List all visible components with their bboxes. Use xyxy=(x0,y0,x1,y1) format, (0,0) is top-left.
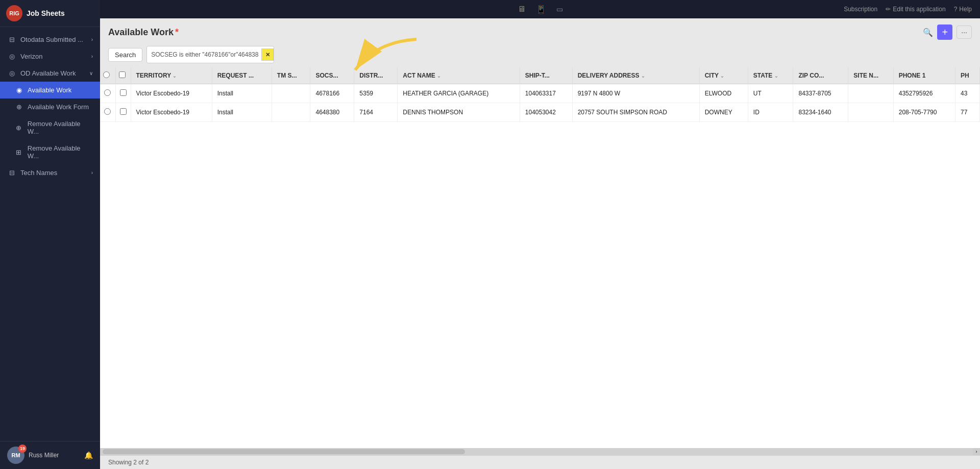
cell-request: Install xyxy=(212,84,272,103)
help-link[interactable]: ? Help xyxy=(954,6,972,13)
row-radio[interactable] xyxy=(104,89,111,96)
tablet-icon[interactable]: 📱 xyxy=(536,5,546,14)
th-state[interactable]: STATE ⌄ xyxy=(748,67,793,84)
search-button[interactable]: Search xyxy=(108,48,142,62)
sidebar-item-available-work-form[interactable]: ⊕ Available Work Form xyxy=(0,98,100,115)
app-logo: RIG xyxy=(6,5,22,21)
sidebar-item-label: Tech Names xyxy=(20,169,57,177)
top-nav-icons: 🖥 📱 ▭ xyxy=(518,5,563,14)
sort-icon: ⌄ xyxy=(720,73,724,79)
row-radio[interactable] xyxy=(104,108,111,115)
select-all-checkbox[interactable] xyxy=(119,71,126,78)
th-request[interactable]: REQUEST ... xyxy=(212,67,272,84)
app-title: Job Sheets xyxy=(27,9,65,17)
cell-territory: Victor Escobedo-19 xyxy=(131,103,212,122)
table-header: TERRITORY ⌄ REQUEST ... TM S... SOCS... … xyxy=(100,67,980,84)
main-area: 🖥 📱 ▭ Subscription ✏ Edit this applicati… xyxy=(100,0,980,469)
data-table: TERRITORY ⌄ REQUEST ... TM S... SOCS... … xyxy=(100,67,980,122)
remove-icon-2: ⊞ xyxy=(14,149,23,156)
search-icon-button[interactable]: 🔍 xyxy=(923,28,933,37)
scroll-right-end: › xyxy=(973,448,980,455)
cell-delivery-address: 20757 SOUTH SIMPSON ROAD xyxy=(572,103,699,122)
add-button[interactable]: + xyxy=(937,24,952,40)
sidebar-item-label: Available Work Form xyxy=(28,103,89,111)
th-phone1[interactable]: PHONE 1 xyxy=(893,67,955,84)
th-socs[interactable]: SOCS... xyxy=(310,67,354,84)
th-zip-co[interactable]: ZIP CO... xyxy=(793,67,848,84)
filter-close-button[interactable]: ✕ xyxy=(261,48,274,61)
cell-site-n xyxy=(848,84,893,103)
horizontal-scrollbar[interactable]: › xyxy=(100,448,980,455)
sidebar-item-label: Remove Available W... xyxy=(28,120,93,135)
th-act-name[interactable]: ACT NAME ⌄ xyxy=(398,67,520,84)
sidebar-item-verizon[interactable]: ◎ Verizon › xyxy=(0,48,100,65)
cell-distr: 5359 xyxy=(354,84,398,103)
cell-phone1: 4352795926 xyxy=(893,84,955,103)
row-checkbox[interactable] xyxy=(120,108,127,115)
cell-delivery-address: 9197 N 4800 W xyxy=(572,84,699,103)
cell-act-name: HEATHER GARCIA (GARAGE) xyxy=(398,84,520,103)
th-site-n[interactable]: SITE N... xyxy=(848,67,893,84)
sidebar-item-remove-available-w-2[interactable]: ⊞ Remove Available W... xyxy=(0,140,100,164)
cell-state: UT xyxy=(748,84,793,103)
cell-zip-co: 83234-1640 xyxy=(793,103,848,122)
mobile-icon[interactable]: ▭ xyxy=(556,5,563,13)
sidebar-item-otodata[interactable]: ⊟ Otodata Submitted ... › xyxy=(0,31,100,48)
chevron-down-icon: ∨ xyxy=(89,70,93,76)
notification-badge: 19 xyxy=(18,445,27,453)
sidebar-item-tech-names[interactable]: ⊟ Tech Names › xyxy=(0,164,100,181)
od-icon: ◎ xyxy=(7,69,16,77)
th-ship-t[interactable]: SHIP-T... xyxy=(520,67,572,84)
cell-territory: Victor Escobedo-19 xyxy=(131,84,212,103)
th-tm-s[interactable]: TM S... xyxy=(272,67,310,84)
cell-socs: 4678166 xyxy=(310,84,354,103)
filter-tag: SOCSEG is either "4678166"or"464838 ✕ xyxy=(146,46,274,63)
chevron-right-icon: › xyxy=(91,37,93,42)
top-nav-right: Subscription ✏ Edit this application ? H… xyxy=(844,6,972,13)
sidebar-header: RIG Job Sheets xyxy=(0,0,100,27)
page-title: Available Work * xyxy=(108,27,179,38)
monitor-icon[interactable]: 🖥 xyxy=(518,5,526,14)
subscription-link[interactable]: Subscription xyxy=(844,6,877,13)
sidebar-item-label: Verizon xyxy=(20,53,42,60)
cell-ph: 43 xyxy=(955,84,980,103)
table-container: TERRITORY ⌄ REQUEST ... TM S... SOCS... … xyxy=(100,67,980,448)
verizon-icon: ◎ xyxy=(7,53,16,60)
th-territory[interactable]: TERRITORY ⌄ xyxy=(131,67,212,84)
row-checkbox-cell[interactable] xyxy=(115,103,131,122)
cell-act-name: DENNIS THOMPSON xyxy=(398,103,520,122)
cell-distr: 7164 xyxy=(354,103,398,122)
cell-site-n xyxy=(848,103,893,122)
select-all-radio[interactable] xyxy=(103,71,110,78)
table-body: Victor Escobedo-19 Install 4678166 5359 … xyxy=(100,84,980,122)
row-radio-cell[interactable] xyxy=(100,103,115,122)
filter-text: SOCSEG is either "4678166"or"464838 xyxy=(151,51,258,58)
sidebar-item-remove-available-w-1[interactable]: ⊕ Remove Available W... xyxy=(0,115,100,140)
edit-app-link[interactable]: ✏ Edit this application xyxy=(886,6,945,13)
cell-city: DOWNEY xyxy=(699,103,748,122)
remove-icon-1: ⊕ xyxy=(14,124,23,132)
row-radio-cell[interactable] xyxy=(100,84,115,103)
more-options-button[interactable]: ··· xyxy=(957,26,972,39)
chevron-right-icon: › xyxy=(91,54,93,59)
sidebar-item-od-available-work[interactable]: ◎ OD Available Work ∨ xyxy=(0,65,100,82)
table-row[interactable]: Victor Escobedo-19 Install 4678166 5359 … xyxy=(100,84,980,103)
th-delivery-address[interactable]: DELIVERY ADDRESS ⌄ xyxy=(572,67,699,84)
col-checkbox[interactable] xyxy=(115,67,131,84)
col-select[interactable] xyxy=(100,67,115,84)
avatar: RM 19 xyxy=(7,447,24,464)
row-checkbox[interactable] xyxy=(120,89,127,96)
bell-icon[interactable]: 🔔 xyxy=(84,451,93,459)
table-row[interactable]: Victor Escobedo-19 Install 4648380 7164 … xyxy=(100,103,980,122)
tech-icon: ⊟ xyxy=(7,169,16,177)
sidebar-item-available-work[interactable]: ◉ Available Work xyxy=(0,82,100,98)
th-city[interactable]: CITY ⌄ xyxy=(699,67,748,84)
th-ph[interactable]: PH xyxy=(955,67,980,84)
sidebar-item-label: OD Available Work xyxy=(20,69,76,77)
th-distr[interactable]: DISTR... xyxy=(354,67,398,84)
scroll-thumb[interactable] xyxy=(103,449,465,454)
sidebar: RIG Job Sheets ⊟ Otodata Submitted ... ›… xyxy=(0,0,100,469)
available-work-icon: ◉ xyxy=(14,86,23,94)
row-checkbox-cell[interactable] xyxy=(115,84,131,103)
cell-ship-t: 104063317 xyxy=(520,84,572,103)
